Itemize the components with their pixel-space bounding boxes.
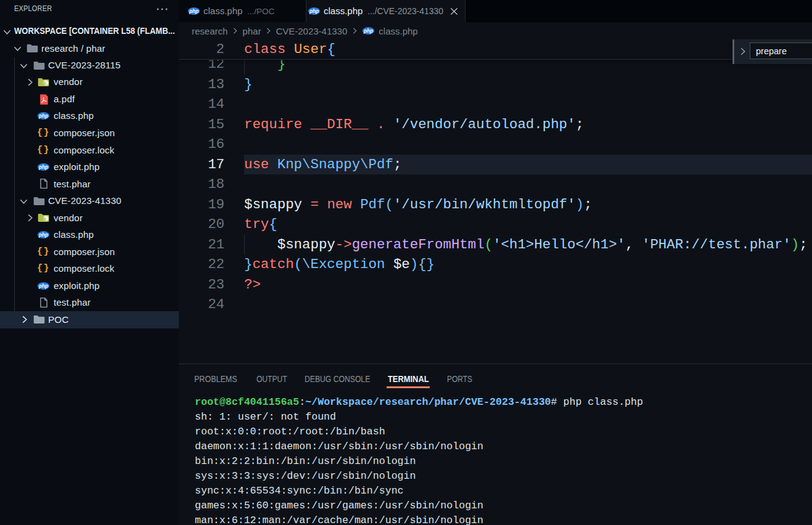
svg-text:php: php xyxy=(38,283,48,288)
svg-text:php: php xyxy=(309,9,319,14)
svg-text:php: php xyxy=(363,28,373,34)
svg-text:php: php xyxy=(38,232,48,238)
svg-text:php: php xyxy=(38,165,48,170)
svg-text:php: php xyxy=(189,9,199,14)
svg-text:php: php xyxy=(38,113,48,119)
